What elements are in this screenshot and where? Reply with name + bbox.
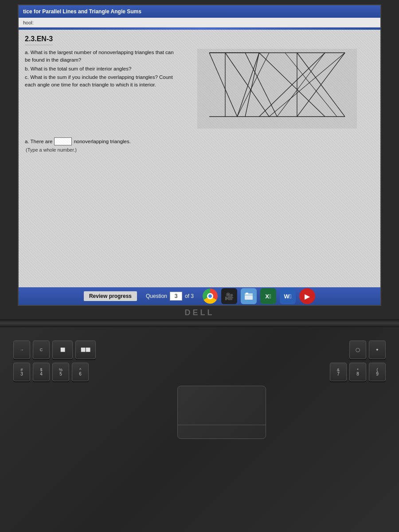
touchpad-divider [178, 425, 266, 425]
files-taskbar-icon[interactable] [241, 288, 257, 304]
background-pattern [19, 30, 380, 288]
question-label: Question [146, 293, 167, 299]
school-label: hool: [23, 20, 34, 25]
key-arrow[interactable]: → [13, 340, 30, 359]
svg-rect-20 [245, 293, 253, 300]
school-bar: hool: [19, 18, 380, 27]
key-row-numbers: # 3 $ 4 % 5 ^ 6 & 7 [13, 363, 386, 381]
key-7-ampersand[interactable]: & 7 [330, 363, 347, 381]
svg-rect-21 [245, 295, 253, 295]
word-taskbar-icon[interactable]: W⃞ [280, 288, 296, 304]
keyboard: → C ⬜ ⬜⬜ ◯ ✦ [13, 340, 386, 381]
question-number-input[interactable] [170, 292, 182, 301]
page-title: tice for Parallel Lines and Triangle Ang… [23, 8, 141, 15]
title-bar: tice for Parallel Lines and Triangle Ang… [19, 5, 380, 18]
screen-bottom-bar: Review progress Question of 3 🎥 [19, 287, 380, 305]
key-3-hash[interactable]: # 3 [13, 363, 30, 381]
hinge [0, 319, 399, 327]
review-progress-button[interactable]: Review progress [84, 291, 137, 301]
chrome-taskbar-icon[interactable] [203, 289, 218, 304]
key-multiwindow[interactable]: ⬜⬜ [75, 340, 96, 359]
camera-taskbar-icon[interactable]: 🎥 [221, 288, 237, 304]
key-brightness[interactable]: ✦ [369, 340, 386, 359]
question-navigation: Question of 3 [146, 292, 194, 301]
key-c[interactable]: C [33, 340, 50, 359]
of-label: of 3 [185, 293, 194, 299]
key-8-asterisk[interactable]: * 8 [349, 363, 366, 381]
play-taskbar-icon[interactable]: ▶ [299, 288, 315, 304]
key-circle[interactable]: ◯ [349, 340, 366, 359]
key-9-openparen[interactable]: ( 9 [369, 363, 386, 381]
laptop-screen: tice for Parallel Lines and Triangle Ang… [18, 4, 381, 306]
content-area: 2.3.EN-3 a. What is the largest number o… [19, 30, 380, 288]
key-4-dollar[interactable]: $ 4 [33, 363, 50, 381]
keyboard-deck: → C ⬜ ⬜⬜ ◯ ✦ [0, 327, 399, 532]
key-row-1: → C ⬜ ⬜⬜ ◯ ✦ [13, 340, 386, 359]
svg-rect-22 [246, 293, 248, 294]
dell-brand: DELL [185, 308, 215, 317]
key-5-percent[interactable]: % 5 [52, 363, 69, 381]
laptop-screen-bezel: tice for Parallel Lines and Triangle Ang… [0, 0, 399, 319]
key-6-caret[interactable]: ^ 6 [72, 363, 89, 381]
touchpad[interactable] [177, 386, 266, 439]
excel-taskbar-icon[interactable]: X⃞ [260, 288, 276, 304]
laptop-keyboard-area: → C ⬜ ⬜⬜ ◯ ✦ [0, 319, 399, 532]
key-window[interactable]: ⬜ [52, 340, 73, 359]
